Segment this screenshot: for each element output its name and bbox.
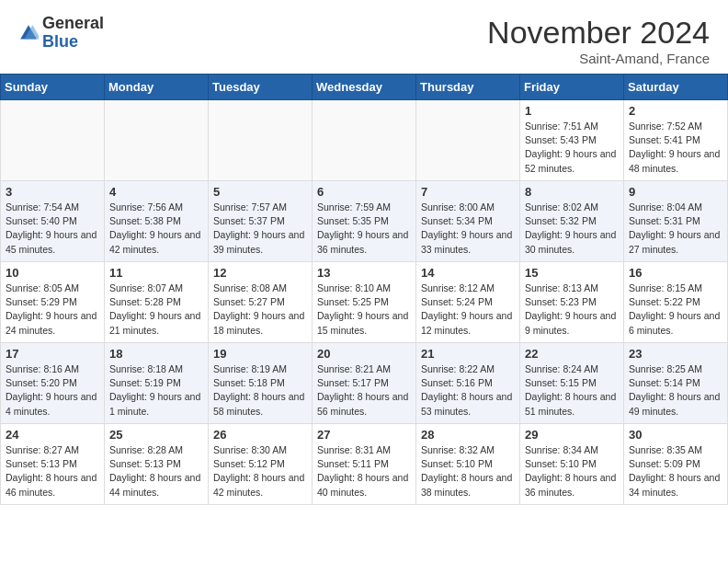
day-number: 22 [525, 347, 619, 361]
table-row: 3Sunrise: 7:54 AMSunset: 5:40 PMDaylight… [1, 181, 105, 262]
header-wednesday: Wednesday [313, 75, 416, 100]
table-row: 25Sunrise: 8:28 AMSunset: 5:13 PMDayligh… [105, 424, 209, 505]
table-row: 24Sunrise: 8:27 AMSunset: 5:13 PMDayligh… [1, 424, 105, 505]
day-info: Sunrise: 8:15 AMSunset: 5:22 PMDaylight:… [629, 282, 722, 338]
table-row: 5Sunrise: 7:57 AMSunset: 5:37 PMDaylight… [209, 181, 313, 262]
day-info: Sunrise: 8:24 AMSunset: 5:15 PMDaylight:… [525, 362, 619, 419]
month-title: November 2024 [487, 15, 710, 51]
day-info: Sunrise: 8:34 AMSunset: 5:10 PMDaylight:… [525, 443, 619, 500]
day-info: Sunrise: 8:28 AMSunset: 5:13 PMDaylight:… [109, 443, 203, 500]
table-row: 15Sunrise: 8:13 AMSunset: 5:23 PMDayligh… [520, 262, 624, 343]
calendar-week-row: 17Sunrise: 8:16 AMSunset: 5:20 PMDayligh… [1, 343, 728, 424]
day-number: 16 [629, 266, 722, 280]
day-number: 9 [629, 185, 722, 199]
day-info: Sunrise: 8:02 AMSunset: 5:32 PMDaylight:… [525, 201, 619, 257]
day-number: 2 [629, 104, 722, 118]
table-row: 1Sunrise: 7:51 AMSunset: 5:43 PMDaylight… [520, 100, 624, 181]
table-row [313, 100, 416, 181]
day-number: 20 [317, 347, 411, 361]
day-info: Sunrise: 8:00 AMSunset: 5:34 PMDaylight:… [421, 201, 515, 257]
day-number: 5 [213, 185, 307, 199]
day-number: 8 [525, 185, 619, 199]
day-info: Sunrise: 7:54 AMSunset: 5:40 PMDaylight:… [6, 201, 99, 257]
table-row: 9Sunrise: 8:04 AMSunset: 5:31 PMDaylight… [624, 181, 728, 262]
day-number: 15 [525, 266, 619, 280]
day-info: Sunrise: 8:04 AMSunset: 5:31 PMDaylight:… [629, 201, 722, 257]
header-thursday: Thursday [416, 75, 520, 100]
day-info: Sunrise: 8:18 AMSunset: 5:19 PMDaylight:… [109, 362, 203, 419]
table-row: 18Sunrise: 8:18 AMSunset: 5:19 PMDayligh… [105, 343, 209, 424]
day-info: Sunrise: 7:52 AMSunset: 5:41 PMDaylight:… [629, 120, 722, 176]
day-number: 1 [525, 104, 619, 118]
day-info: Sunrise: 8:08 AMSunset: 5:27 PMDaylight:… [213, 282, 307, 338]
day-number: 13 [317, 266, 411, 280]
table-row: 17Sunrise: 8:16 AMSunset: 5:20 PMDayligh… [1, 343, 105, 424]
table-row: 6Sunrise: 7:59 AMSunset: 5:35 PMDaylight… [313, 181, 416, 262]
calendar-week-row: 3Sunrise: 7:54 AMSunset: 5:40 PMDaylight… [1, 181, 728, 262]
day-number: 21 [421, 347, 515, 361]
table-row: 8Sunrise: 8:02 AMSunset: 5:32 PMDaylight… [520, 181, 624, 262]
calendar-week-row: 24Sunrise: 8:27 AMSunset: 5:13 PMDayligh… [1, 424, 728, 505]
day-info: Sunrise: 7:59 AMSunset: 5:35 PMDaylight:… [317, 201, 411, 257]
logo-icon [18, 23, 39, 43]
header-monday: Monday [105, 75, 209, 100]
day-info: Sunrise: 7:56 AMSunset: 5:38 PMDaylight:… [109, 201, 203, 257]
table-row [105, 100, 209, 181]
day-number: 24 [6, 428, 99, 442]
table-row: 2Sunrise: 7:52 AMSunset: 5:41 PMDaylight… [624, 100, 728, 181]
day-info: Sunrise: 8:32 AMSunset: 5:10 PMDaylight:… [421, 443, 515, 500]
page-header: General Blue November 2024 Saint-Amand, … [0, 0, 728, 74]
day-info: Sunrise: 8:12 AMSunset: 5:24 PMDaylight:… [421, 282, 515, 338]
location-subtitle: Saint-Amand, France [487, 51, 710, 66]
day-info: Sunrise: 8:27 AMSunset: 5:13 PMDaylight:… [6, 443, 99, 500]
table-row: 7Sunrise: 8:00 AMSunset: 5:34 PMDaylight… [416, 181, 520, 262]
table-row: 22Sunrise: 8:24 AMSunset: 5:15 PMDayligh… [520, 343, 624, 424]
day-info: Sunrise: 8:10 AMSunset: 5:25 PMDaylight:… [317, 282, 411, 338]
logo: General Blue [18, 15, 104, 52]
day-info: Sunrise: 7:51 AMSunset: 5:43 PMDaylight:… [525, 120, 619, 176]
table-row [416, 100, 520, 181]
header-friday: Friday [520, 75, 624, 100]
day-number: 7 [421, 185, 515, 199]
table-row: 11Sunrise: 8:07 AMSunset: 5:28 PMDayligh… [105, 262, 209, 343]
day-number: 11 [109, 266, 203, 280]
day-number: 19 [213, 347, 307, 361]
table-row: 28Sunrise: 8:32 AMSunset: 5:10 PMDayligh… [416, 424, 520, 505]
table-row: 12Sunrise: 8:08 AMSunset: 5:27 PMDayligh… [209, 262, 313, 343]
day-number: 23 [629, 347, 722, 361]
calendar-week-row: 1Sunrise: 7:51 AMSunset: 5:43 PMDaylight… [1, 100, 728, 181]
day-number: 17 [6, 347, 99, 361]
table-row: 10Sunrise: 8:05 AMSunset: 5:29 PMDayligh… [1, 262, 105, 343]
calendar-week-row: 10Sunrise: 8:05 AMSunset: 5:29 PMDayligh… [1, 262, 728, 343]
calendar-table: Sunday Monday Tuesday Wednesday Thursday… [0, 74, 728, 505]
table-row: 26Sunrise: 8:30 AMSunset: 5:12 PMDayligh… [209, 424, 313, 505]
table-row: 27Sunrise: 8:31 AMSunset: 5:11 PMDayligh… [313, 424, 416, 505]
table-row [209, 100, 313, 181]
title-section: November 2024 Saint-Amand, France [487, 15, 710, 66]
day-info: Sunrise: 8:22 AMSunset: 5:16 PMDaylight:… [421, 362, 515, 419]
day-info: Sunrise: 8:35 AMSunset: 5:09 PMDaylight:… [629, 443, 722, 500]
logo-general-text: General [42, 14, 104, 32]
table-row: 21Sunrise: 8:22 AMSunset: 5:16 PMDayligh… [416, 343, 520, 424]
day-number: 18 [109, 347, 203, 361]
day-info: Sunrise: 8:31 AMSunset: 5:11 PMDaylight:… [317, 443, 411, 500]
day-info: Sunrise: 8:16 AMSunset: 5:20 PMDaylight:… [6, 362, 99, 419]
day-info: Sunrise: 8:30 AMSunset: 5:12 PMDaylight:… [213, 443, 307, 500]
table-row: 19Sunrise: 8:19 AMSunset: 5:18 PMDayligh… [209, 343, 313, 424]
day-info: Sunrise: 8:07 AMSunset: 5:28 PMDaylight:… [109, 282, 203, 338]
day-number: 30 [629, 428, 722, 442]
table-row: 13Sunrise: 8:10 AMSunset: 5:25 PMDayligh… [313, 262, 416, 343]
table-row: 30Sunrise: 8:35 AMSunset: 5:09 PMDayligh… [624, 424, 728, 505]
day-number: 3 [6, 185, 99, 199]
day-number: 6 [317, 185, 411, 199]
day-info: Sunrise: 8:19 AMSunset: 5:18 PMDaylight:… [213, 362, 307, 419]
day-number: 25 [109, 428, 203, 442]
table-row: 16Sunrise: 8:15 AMSunset: 5:22 PMDayligh… [624, 262, 728, 343]
day-info: Sunrise: 8:05 AMSunset: 5:29 PMDaylight:… [6, 282, 99, 338]
day-number: 29 [525, 428, 619, 442]
day-number: 10 [6, 266, 99, 280]
day-number: 27 [317, 428, 411, 442]
day-info: Sunrise: 8:13 AMSunset: 5:23 PMDaylight:… [525, 282, 619, 338]
table-row: 29Sunrise: 8:34 AMSunset: 5:10 PMDayligh… [520, 424, 624, 505]
day-number: 26 [213, 428, 307, 442]
